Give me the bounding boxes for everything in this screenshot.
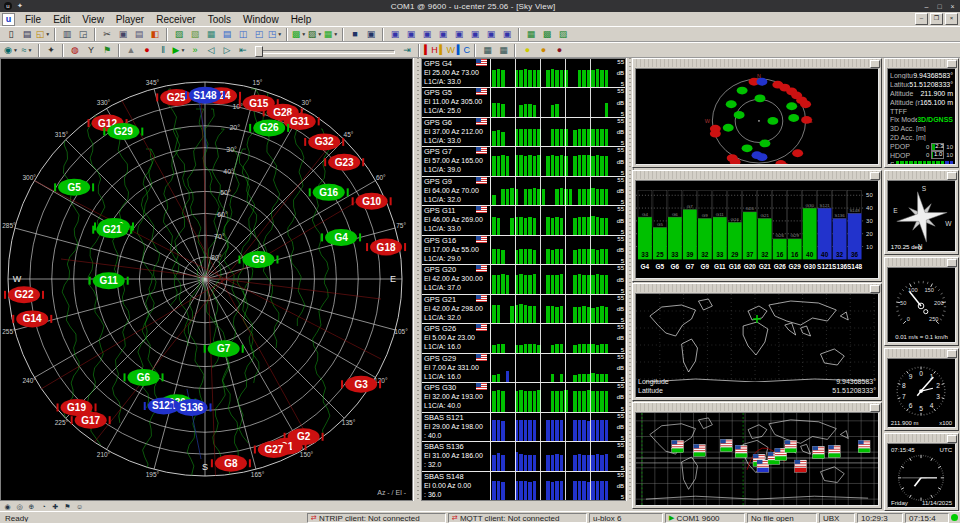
baud-rate-icon[interactable]: ≈▼ <box>20 44 35 57</box>
docking-window-6-icon[interactable]: ▣ <box>468 28 483 41</box>
minimize-button[interactable]: – <box>921 1 932 11</box>
signal-row-sbas-s136[interactable]: SBAS S136El 31.00 Az 186.00: 32.055dB5 <box>422 442 625 471</box>
color-palette-icon[interactable]: ◧ <box>148 28 163 41</box>
alert-icon[interactable]: ◍ <box>68 44 83 57</box>
skip-end-icon[interactable]: ⇥ <box>400 44 415 57</box>
temp-cold-icon[interactable]: ▍C <box>456 44 471 57</box>
clock-icon[interactable]: ◔ <box>38 502 49 511</box>
compass-close-button[interactable] <box>947 172 957 180</box>
receiver-tools-icon[interactable]: ✦ <box>44 44 59 57</box>
menu-receiver[interactable]: Receiver <box>150 13 201 26</box>
mini-sky-close-button[interactable] <box>870 60 880 68</box>
close-button[interactable]: × <box>947 1 958 11</box>
clock-panel-grip[interactable] <box>885 434 958 442</box>
visibility-icon[interactable]: ◉ <box>2 502 13 511</box>
signal-row-gps-g21[interactable]: GPS G21El 42.00 Az 298.00L1C/A: 32.055dB… <box>422 295 625 324</box>
signal-row-gps-g29[interactable]: GPS G29El 7.00 Az 331.00L1C/A: 16.055dB5 <box>422 354 625 383</box>
signal-row-gps-g16[interactable]: GPS G16El 17.00 Az 55.00L1C/A: 29.055dB5 <box>422 236 625 265</box>
grid-view-1-icon[interactable]: ▦ <box>480 44 495 57</box>
playback-slider[interactable] <box>255 46 395 55</box>
signal-row-gps-g9[interactable]: GPS G9El 64.00 Az 70.00L1C/A: 32.055dB5 <box>422 177 625 206</box>
user-icon[interactable]: ☺ <box>74 502 85 511</box>
signal-row-gps-g5[interactable]: GPS G5El 11.00 Az 305.00L1C/A: 25.055dB5 <box>422 88 625 117</box>
data-panel-grip[interactable] <box>885 59 958 67</box>
grid-view-2-icon[interactable]: ▦ <box>496 44 511 57</box>
crosshair-icon[interactable]: ✚ <box>50 502 61 511</box>
docking-window-7-icon[interactable]: ▣ <box>484 28 499 41</box>
table-view-icon[interactable]: ◳▼ <box>268 28 283 41</box>
mini-sky-panel-grip[interactable] <box>633 59 881 67</box>
cno-chart-panel-grip[interactable] <box>633 171 881 179</box>
map-view-icon[interactable]: ▩▼ <box>292 28 307 41</box>
print-preview-icon[interactable]: ◲ <box>76 28 91 41</box>
globe-icon[interactable]: ⊕ <box>26 502 37 511</box>
open-icon[interactable]: ◱▼ <box>36 28 51 41</box>
menu-file[interactable]: File <box>19 13 47 26</box>
packet-console-icon[interactable]: ▨ <box>172 28 187 41</box>
satellite-map-close-button[interactable] <box>870 404 880 412</box>
playback-slider-thumb[interactable] <box>255 46 263 57</box>
text-console-icon[interactable]: ▦ <box>204 28 219 41</box>
data-panel-close-button[interactable] <box>947 60 957 68</box>
gnss-config-icon[interactable]: ▩ <box>540 28 555 41</box>
survey-in-icon[interactable]: ⚑ <box>100 44 115 57</box>
ball-red-icon[interactable]: ● <box>552 44 567 57</box>
docking-window-8-icon[interactable]: ▣ <box>500 28 515 41</box>
signal-row-gps-g30[interactable]: GPS G30El 32.00 Az 193.00L1C/A: 40.055dB… <box>422 383 625 412</box>
temp-hot-icon[interactable]: ▍H <box>424 44 439 57</box>
speedometer-close-button[interactable] <box>947 259 957 267</box>
flag-icon[interactable]: ⚑ <box>62 502 73 511</box>
camera-view-icon[interactable]: ▦ <box>524 28 539 41</box>
save-icon[interactable]: ▤ <box>20 28 35 41</box>
pin-icon[interactable]: ✦ <box>15 1 25 11</box>
docking-window-5-icon[interactable]: ▣ <box>452 28 467 41</box>
com-port-icon[interactable]: ◉▼ <box>4 44 19 57</box>
paste-icon[interactable]: ▤ <box>132 28 147 41</box>
compass-panel-grip[interactable] <box>885 171 958 179</box>
signal-row-gps-g11[interactable]: GPS G11El 46.00 Az 269.00L1C/A: 33.055dB… <box>422 206 625 235</box>
menu-player[interactable]: Player <box>110 13 150 26</box>
position-map-close-button[interactable] <box>870 285 880 293</box>
ball-orange-icon[interactable]: ● <box>536 44 551 57</box>
statistics-view-icon[interactable]: ◰ <box>252 28 267 41</box>
eject-icon[interactable]: ▲ <box>124 44 139 57</box>
signal-row-gps-g4[interactable]: GPS G4El 25.00 Az 73.00L1C/A: 33.055dB5 <box>422 59 625 88</box>
temp-warm-icon[interactable]: ▍W <box>440 44 455 57</box>
signal-row-sbas-s148[interactable]: SBAS S148El 0.00 Az 0.00: 36.055dB5 <box>422 472 625 500</box>
ball-yellow-icon[interactable]: ● <box>520 44 535 57</box>
step-forward-icon[interactable]: ▷ <box>220 44 235 57</box>
antenna-icon[interactable]: Y <box>84 44 99 57</box>
signal-row-gps-g26[interactable]: GPS G26El 5.00 Az 23.00L1C/A: 16.055dB5 <box>422 324 625 353</box>
signal-row-gps-g20[interactable]: GPS G20El 42.00 Az 300.00L1C/A: 37.055dB… <box>422 265 625 294</box>
docking-window-4-icon[interactable]: ▣ <box>436 28 451 41</box>
cno-chart-close-button[interactable] <box>870 172 880 180</box>
altimeter-panel-grip[interactable] <box>885 349 958 357</box>
skip-start-icon[interactable]: ⇤ <box>236 44 251 57</box>
fast-forward-icon[interactable]: » <box>188 44 203 57</box>
record-marker-icon[interactable]: ◎ <box>14 502 25 511</box>
configuration-view-icon[interactable]: ◫ <box>236 28 251 41</box>
binary-console-icon[interactable]: ▧ <box>188 28 203 41</box>
signal-row-gps-g6[interactable]: GPS G6El 37.00 Az 212.00L1C/A: 33.055dB5 <box>422 118 625 147</box>
menu-help[interactable]: Help <box>285 13 318 26</box>
clock-close-button[interactable] <box>947 435 957 443</box>
docking-window-3-icon[interactable]: ▣ <box>420 28 435 41</box>
cut-icon[interactable]: ✂ <box>100 28 115 41</box>
menu-view[interactable]: View <box>76 13 110 26</box>
sky-view-icon[interactable]: ▣ <box>364 28 379 41</box>
menu-tools[interactable]: Tools <box>202 13 237 26</box>
record-icon[interactable]: ● <box>140 44 155 57</box>
satellite-map-panel-grip[interactable] <box>633 403 881 411</box>
copy-icon[interactable]: ▣ <box>116 28 131 41</box>
signal-row-gps-g7[interactable]: GPS G7El 57.00 Az 165.00L1C/A: 39.055dB5 <box>422 147 625 176</box>
pause-icon[interactable]: ‖ <box>156 44 171 57</box>
messages-view-icon[interactable]: ▤ <box>220 28 235 41</box>
menu-window[interactable]: Window <box>237 13 285 26</box>
histogram-view-icon[interactable]: ▦▼ <box>324 28 339 41</box>
mdi-close-button[interactable]: × <box>945 13 958 25</box>
menu-edit[interactable]: Edit <box>47 13 76 26</box>
record-config-icon[interactable]: ▨ <box>556 28 571 41</box>
position-map-panel-grip[interactable] <box>633 284 881 292</box>
speedometer-panel-grip[interactable] <box>885 258 958 266</box>
step-back-icon[interactable]: ◁ <box>204 44 219 57</box>
